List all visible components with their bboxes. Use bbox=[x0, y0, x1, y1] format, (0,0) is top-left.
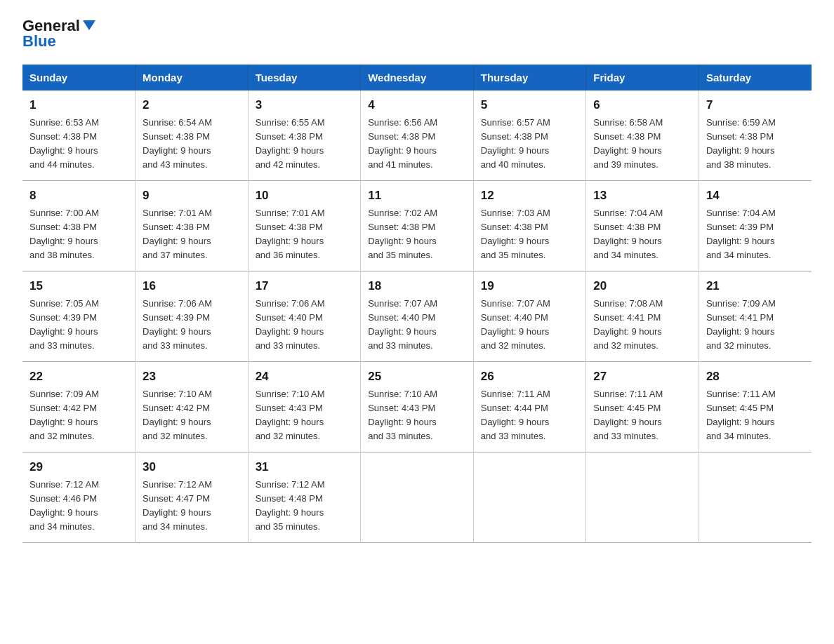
calendar-body: 1 Sunrise: 6:53 AM Sunset: 4:38 PM Dayli… bbox=[22, 90, 812, 543]
day-number: 15 bbox=[29, 277, 128, 295]
week-row-4: 22 Sunrise: 7:09 AM Sunset: 4:42 PM Dayl… bbox=[22, 362, 812, 452]
day-number: 3 bbox=[256, 96, 354, 114]
day-number: 11 bbox=[368, 187, 466, 205]
day-number: 1 bbox=[29, 96, 128, 114]
day-cell bbox=[699, 452, 812, 543]
day-cell: 10 Sunrise: 7:01 AM Sunset: 4:38 PM Dayl… bbox=[248, 181, 361, 271]
day-info: Sunrise: 7:10 AM Sunset: 4:43 PM Dayligh… bbox=[368, 387, 466, 444]
page-header: General Blue bbox=[22, 17, 812, 51]
day-cell bbox=[586, 452, 699, 543]
day-number: 22 bbox=[29, 368, 128, 386]
day-info: Sunrise: 7:01 AM Sunset: 4:38 PM Dayligh… bbox=[256, 206, 354, 263]
day-cell: 20 Sunrise: 7:08 AM Sunset: 4:41 PM Dayl… bbox=[586, 271, 699, 362]
day-cell: 21 Sunrise: 7:09 AM Sunset: 4:41 PM Dayl… bbox=[699, 271, 812, 362]
day-number: 10 bbox=[256, 187, 354, 205]
header-day-tuesday: Tuesday bbox=[248, 65, 361, 90]
day-cell: 12 Sunrise: 7:03 AM Sunset: 4:38 PM Dayl… bbox=[473, 181, 586, 271]
day-cell: 28 Sunrise: 7:11 AM Sunset: 4:45 PM Dayl… bbox=[699, 362, 812, 452]
day-number: 12 bbox=[481, 187, 579, 205]
day-info: Sunrise: 7:11 AM Sunset: 4:45 PM Dayligh… bbox=[706, 387, 805, 444]
week-row-5: 29 Sunrise: 7:12 AM Sunset: 4:46 PM Dayl… bbox=[22, 452, 812, 543]
day-cell: 25 Sunrise: 7:10 AM Sunset: 4:43 PM Dayl… bbox=[361, 362, 474, 452]
day-info: Sunrise: 7:04 AM Sunset: 4:39 PM Dayligh… bbox=[706, 206, 805, 263]
week-row-2: 8 Sunrise: 7:00 AM Sunset: 4:38 PM Dayli… bbox=[22, 181, 812, 271]
day-info: Sunrise: 7:01 AM Sunset: 4:38 PM Dayligh… bbox=[143, 206, 241, 263]
week-row-1: 1 Sunrise: 6:53 AM Sunset: 4:38 PM Dayli… bbox=[22, 90, 812, 181]
day-info: Sunrise: 7:06 AM Sunset: 4:40 PM Dayligh… bbox=[256, 297, 354, 354]
day-cell: 29 Sunrise: 7:12 AM Sunset: 4:46 PM Dayl… bbox=[22, 452, 135, 543]
day-info: Sunrise: 6:58 AM Sunset: 4:38 PM Dayligh… bbox=[593, 116, 691, 173]
day-cell: 11 Sunrise: 7:02 AM Sunset: 4:38 PM Dayl… bbox=[361, 181, 474, 271]
header-day-wednesday: Wednesday bbox=[361, 65, 474, 90]
day-info: Sunrise: 7:06 AM Sunset: 4:39 PM Dayligh… bbox=[143, 297, 241, 354]
day-number: 16 bbox=[143, 277, 241, 295]
day-number: 7 bbox=[706, 96, 805, 114]
day-number: 8 bbox=[29, 187, 128, 205]
day-info: Sunrise: 7:09 AM Sunset: 4:42 PM Dayligh… bbox=[29, 387, 128, 444]
day-cell: 31 Sunrise: 7:12 AM Sunset: 4:48 PM Dayl… bbox=[248, 452, 361, 543]
day-number: 4 bbox=[368, 96, 466, 114]
day-number: 19 bbox=[481, 277, 579, 295]
day-cell: 18 Sunrise: 7:07 AM Sunset: 4:40 PM Dayl… bbox=[361, 271, 474, 362]
day-info: Sunrise: 7:10 AM Sunset: 4:43 PM Dayligh… bbox=[256, 387, 354, 444]
day-number: 5 bbox=[481, 96, 579, 114]
day-cell: 13 Sunrise: 7:04 AM Sunset: 4:38 PM Dayl… bbox=[586, 181, 699, 271]
day-info: Sunrise: 6:59 AM Sunset: 4:38 PM Dayligh… bbox=[706, 116, 805, 173]
day-info: Sunrise: 7:12 AM Sunset: 4:46 PM Dayligh… bbox=[29, 478, 128, 535]
logo-blue: Blue bbox=[22, 32, 56, 51]
day-info: Sunrise: 7:11 AM Sunset: 4:44 PM Dayligh… bbox=[481, 387, 579, 444]
day-info: Sunrise: 7:03 AM Sunset: 4:38 PM Dayligh… bbox=[481, 206, 579, 263]
header-day-thursday: Thursday bbox=[473, 65, 586, 90]
day-cell: 5 Sunrise: 6:57 AM Sunset: 4:38 PM Dayli… bbox=[473, 90, 586, 181]
day-number: 18 bbox=[368, 277, 466, 295]
header-day-saturday: Saturday bbox=[699, 65, 812, 90]
day-number: 23 bbox=[143, 368, 241, 386]
day-number: 6 bbox=[593, 96, 691, 114]
day-info: Sunrise: 7:09 AM Sunset: 4:41 PM Dayligh… bbox=[706, 297, 805, 354]
day-number: 17 bbox=[256, 277, 354, 295]
day-cell bbox=[361, 452, 474, 543]
day-cell bbox=[473, 452, 586, 543]
day-cell: 22 Sunrise: 7:09 AM Sunset: 4:42 PM Dayl… bbox=[22, 362, 135, 452]
day-cell: 2 Sunrise: 6:54 AM Sunset: 4:38 PM Dayli… bbox=[135, 90, 249, 181]
day-cell: 9 Sunrise: 7:01 AM Sunset: 4:38 PM Dayli… bbox=[135, 181, 249, 271]
calendar-header: SundayMondayTuesdayWednesdayThursdayFrid… bbox=[22, 65, 812, 90]
day-cell: 19 Sunrise: 7:07 AM Sunset: 4:40 PM Dayl… bbox=[473, 271, 586, 362]
day-cell: 23 Sunrise: 7:10 AM Sunset: 4:42 PM Dayl… bbox=[135, 362, 249, 452]
day-info: Sunrise: 7:10 AM Sunset: 4:42 PM Dayligh… bbox=[143, 387, 241, 444]
day-cell: 27 Sunrise: 7:11 AM Sunset: 4:45 PM Dayl… bbox=[586, 362, 699, 452]
day-number: 27 bbox=[593, 368, 691, 386]
day-cell: 6 Sunrise: 6:58 AM Sunset: 4:38 PM Dayli… bbox=[586, 90, 699, 181]
day-number: 21 bbox=[706, 277, 805, 295]
day-info: Sunrise: 7:07 AM Sunset: 4:40 PM Dayligh… bbox=[481, 297, 579, 354]
header-day-monday: Monday bbox=[135, 65, 249, 90]
day-cell: 30 Sunrise: 7:12 AM Sunset: 4:47 PM Dayl… bbox=[135, 452, 249, 543]
day-info: Sunrise: 6:56 AM Sunset: 4:38 PM Dayligh… bbox=[368, 116, 466, 173]
day-cell: 17 Sunrise: 7:06 AM Sunset: 4:40 PM Dayl… bbox=[248, 271, 361, 362]
logo-triangle-icon bbox=[81, 18, 97, 33]
day-info: Sunrise: 7:12 AM Sunset: 4:47 PM Dayligh… bbox=[143, 478, 241, 535]
day-cell: 15 Sunrise: 7:05 AM Sunset: 4:39 PM Dayl… bbox=[22, 271, 135, 362]
day-number: 29 bbox=[29, 458, 128, 476]
week-row-3: 15 Sunrise: 7:05 AM Sunset: 4:39 PM Dayl… bbox=[22, 271, 812, 362]
day-info: Sunrise: 7:04 AM Sunset: 4:38 PM Dayligh… bbox=[593, 206, 691, 263]
day-info: Sunrise: 6:54 AM Sunset: 4:38 PM Dayligh… bbox=[143, 116, 241, 173]
day-info: Sunrise: 7:00 AM Sunset: 4:38 PM Dayligh… bbox=[29, 206, 128, 263]
logo: General Blue bbox=[22, 17, 97, 51]
day-info: Sunrise: 6:53 AM Sunset: 4:38 PM Dayligh… bbox=[29, 116, 128, 173]
header-row: SundayMondayTuesdayWednesdayThursdayFrid… bbox=[22, 65, 812, 90]
day-info: Sunrise: 7:07 AM Sunset: 4:40 PM Dayligh… bbox=[368, 297, 466, 354]
day-info: Sunrise: 7:08 AM Sunset: 4:41 PM Dayligh… bbox=[593, 297, 691, 354]
day-number: 30 bbox=[143, 458, 241, 476]
day-number: 13 bbox=[593, 187, 691, 205]
svg-marker-0 bbox=[83, 20, 95, 30]
header-day-sunday: Sunday bbox=[22, 65, 135, 90]
day-number: 9 bbox=[143, 187, 241, 205]
day-cell: 3 Sunrise: 6:55 AM Sunset: 4:38 PM Dayli… bbox=[248, 90, 361, 181]
day-cell: 4 Sunrise: 6:56 AM Sunset: 4:38 PM Dayli… bbox=[361, 90, 474, 181]
day-number: 31 bbox=[256, 458, 354, 476]
day-number: 28 bbox=[706, 368, 805, 386]
day-number: 2 bbox=[143, 96, 241, 114]
day-number: 26 bbox=[481, 368, 579, 386]
day-info: Sunrise: 7:11 AM Sunset: 4:45 PM Dayligh… bbox=[593, 387, 691, 444]
